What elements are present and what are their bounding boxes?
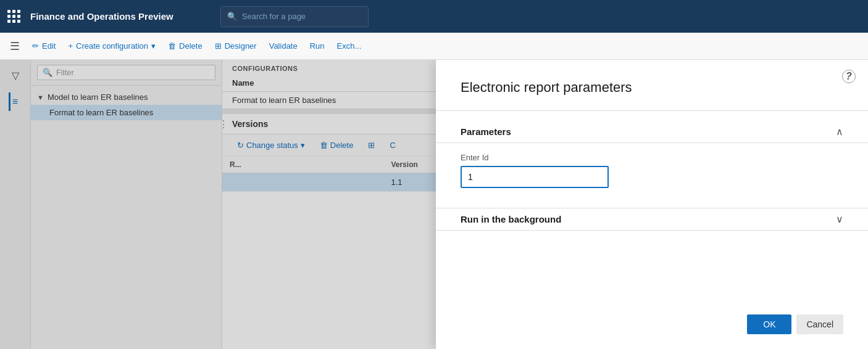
parameters-section-header[interactable]: Parameters ∧ bbox=[461, 121, 843, 142]
run-background-bottom-divider bbox=[436, 230, 868, 231]
dropdown-arrow-icon: ▾ bbox=[151, 41, 156, 51]
search-icon: 🔍 bbox=[227, 12, 237, 21]
plus-icon: + bbox=[68, 41, 73, 51]
delete-button[interactable]: 🗑 Delete bbox=[163, 38, 207, 54]
enter-id-field: Enter Id bbox=[461, 153, 843, 188]
trash-icon: 🗑 bbox=[168, 41, 176, 51]
main-area: ▽ ≡ 🔍 ▼ Model to learn ER baselines Form… bbox=[0, 60, 868, 349]
app-title: Finance and Operations Preview bbox=[30, 11, 173, 22]
modal-panel: ? Electronic report parameters Parameter… bbox=[436, 60, 868, 349]
cancel-button[interactable]: Cancel bbox=[796, 314, 843, 334]
edit-button[interactable]: ✏ Edit bbox=[27, 38, 61, 54]
hamburger-button[interactable]: ☰ bbox=[5, 38, 25, 55]
run-background-chevron-icon: ∨ bbox=[836, 213, 843, 225]
run-background-section: Run in the background ∨ bbox=[461, 193, 843, 231]
validate-button[interactable]: Validate bbox=[264, 38, 303, 54]
run-background-section-header[interactable]: Run in the background ∨ bbox=[461, 208, 843, 230]
run-background-title: Run in the background bbox=[461, 214, 561, 224]
run-button[interactable]: Run bbox=[305, 38, 330, 54]
enter-id-input[interactable] bbox=[461, 166, 609, 188]
modal-title: Electronic report parameters bbox=[461, 80, 843, 96]
parameters-chevron-icon: ∧ bbox=[836, 126, 843, 138]
exchange-button[interactable]: Exch... bbox=[332, 38, 367, 54]
topbar: Finance and Operations Preview 🔍 bbox=[0, 0, 868, 33]
modal-footer: OK Cancel bbox=[461, 305, 843, 334]
parameters-divider bbox=[436, 142, 868, 143]
create-config-button[interactable]: + Create configuration ▾ bbox=[63, 38, 161, 54]
help-button[interactable]: ? bbox=[842, 70, 856, 83]
designer-button[interactable]: ⊞ Designer bbox=[210, 38, 262, 54]
apps-grid-icon[interactable] bbox=[7, 10, 20, 23]
parameters-title: Parameters bbox=[461, 126, 511, 137]
main-toolbar: ☰ ✏ Edit + Create configuration ▾ 🗑 Dele… bbox=[0, 33, 868, 60]
edit-icon: ✏ bbox=[32, 41, 39, 51]
search-bar[interactable]: 🔍 bbox=[220, 6, 369, 27]
modal-top-divider bbox=[436, 110, 868, 111]
enter-id-label: Enter Id bbox=[461, 153, 843, 162]
parameters-section: Parameters ∧ Enter Id bbox=[461, 121, 843, 188]
search-input[interactable] bbox=[242, 12, 362, 21]
designer-icon: ⊞ bbox=[215, 41, 222, 51]
ok-button[interactable]: OK bbox=[747, 314, 791, 334]
modal-overlay: ? Electronic report parameters Parameter… bbox=[0, 60, 868, 349]
